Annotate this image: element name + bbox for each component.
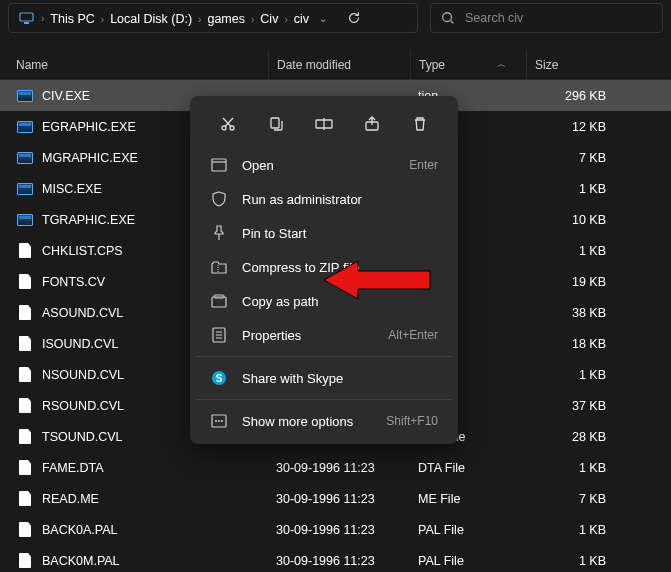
file-icon bbox=[16, 523, 34, 537]
more-options-icon bbox=[210, 412, 228, 430]
application-icon bbox=[16, 151, 34, 165]
context-menu: Open Enter Run as administrator Pin to S… bbox=[190, 96, 458, 444]
file-name: FAME.DTA bbox=[42, 461, 268, 475]
file-icon bbox=[16, 461, 34, 475]
share-icon[interactable] bbox=[354, 108, 390, 140]
col-type[interactable]: Type ︿ bbox=[410, 50, 526, 79]
breadcrumb-item[interactable]: Civ bbox=[256, 10, 282, 28]
file-icon bbox=[16, 368, 34, 382]
file-icon bbox=[16, 492, 34, 506]
zip-icon bbox=[210, 258, 228, 276]
svg-rect-0 bbox=[20, 13, 33, 21]
file-size: 38 KB bbox=[526, 306, 614, 320]
chevron-right-icon: › bbox=[198, 14, 201, 25]
file-date: 30-09-1996 11:23 bbox=[268, 492, 410, 506]
col-date[interactable]: Date modified bbox=[268, 50, 410, 79]
properties-icon bbox=[210, 326, 228, 344]
file-size: 19 KB bbox=[526, 275, 614, 289]
chevron-right-icon: › bbox=[101, 14, 104, 25]
file-date: 30-09-1996 11:23 bbox=[268, 523, 410, 537]
svg-rect-12 bbox=[212, 159, 226, 171]
application-icon bbox=[16, 182, 34, 196]
breadcrumb-item[interactable]: games bbox=[203, 10, 249, 28]
chevron-right-icon: › bbox=[251, 14, 254, 25]
ctx-show-more[interactable]: Show more options Shift+F10 bbox=[196, 404, 452, 438]
svg-point-2 bbox=[443, 13, 452, 22]
file-size: 28 KB bbox=[526, 430, 614, 444]
application-icon bbox=[16, 89, 34, 103]
ctx-copy-as-path[interactable]: Copy as path bbox=[196, 284, 452, 318]
svg-rect-1 bbox=[24, 22, 29, 24]
ctx-open[interactable]: Open Enter bbox=[196, 148, 452, 182]
file-size: 12 KB bbox=[526, 120, 614, 134]
svg-rect-8 bbox=[271, 118, 279, 128]
col-size[interactable]: Size bbox=[526, 50, 626, 79]
file-name: READ.ME bbox=[42, 492, 268, 506]
ctx-run-admin[interactable]: Run as administrator bbox=[196, 182, 452, 216]
pin-icon bbox=[210, 224, 228, 242]
column-headers: Name Date modified Type ︿ Size bbox=[0, 50, 671, 80]
rename-icon[interactable] bbox=[306, 108, 342, 140]
svg-point-26 bbox=[221, 420, 223, 422]
delete-icon[interactable] bbox=[402, 108, 438, 140]
file-size: 7 KB bbox=[526, 151, 614, 165]
breadcrumb[interactable]: › This PC›Local Disk (D:)›games›Civ›civ … bbox=[8, 3, 418, 33]
file-type: PAL File bbox=[410, 554, 526, 568]
file-icon bbox=[16, 244, 34, 258]
svg-line-3 bbox=[451, 21, 454, 24]
file-type: ME File bbox=[410, 492, 526, 506]
file-row[interactable]: BACK0M.PAL30-09-1996 11:23PAL File1 KB bbox=[0, 545, 671, 572]
search-placeholder: Search civ bbox=[465, 11, 523, 25]
ctx-pin-start[interactable]: Pin to Start bbox=[196, 216, 452, 250]
file-date: 30-09-1996 11:23 bbox=[268, 461, 410, 475]
file-icon bbox=[16, 306, 34, 320]
file-icon bbox=[16, 430, 34, 444]
file-size: 18 KB bbox=[526, 337, 614, 351]
copy-icon[interactable] bbox=[258, 108, 294, 140]
file-row[interactable]: READ.ME30-09-1996 11:23ME File7 KB bbox=[0, 483, 671, 514]
file-size: 10 KB bbox=[526, 213, 614, 227]
file-type: PAL File bbox=[410, 523, 526, 537]
cut-icon[interactable] bbox=[210, 108, 246, 140]
shield-icon bbox=[210, 190, 228, 208]
chevron-right-icon: › bbox=[284, 14, 287, 25]
search-input[interactable]: Search civ bbox=[430, 3, 663, 33]
file-name: BACK0A.PAL bbox=[42, 523, 268, 537]
file-size: 1 KB bbox=[526, 554, 614, 568]
col-name[interactable]: Name bbox=[16, 58, 268, 72]
file-row[interactable]: BACK0A.PAL30-09-1996 11:23PAL File1 KB bbox=[0, 514, 671, 545]
file-icon bbox=[16, 554, 34, 568]
file-icon bbox=[16, 275, 34, 289]
file-date: 30-09-1996 11:23 bbox=[268, 554, 410, 568]
ctx-compress-zip[interactable]: Compress to ZIP file bbox=[196, 250, 452, 284]
breadcrumb-item[interactable]: Local Disk (D:) bbox=[106, 10, 196, 28]
breadcrumb-item[interactable]: This PC bbox=[46, 10, 98, 28]
file-size: 296 KB bbox=[526, 89, 614, 103]
ctx-properties[interactable]: Properties Alt+Enter bbox=[196, 318, 452, 352]
ctx-share-skype[interactable]: S Share with Skype bbox=[196, 361, 452, 395]
open-icon bbox=[210, 156, 228, 174]
application-icon bbox=[16, 213, 34, 227]
svg-point-24 bbox=[215, 420, 217, 422]
chevron-down-icon[interactable]: ⌄ bbox=[319, 13, 327, 24]
copy-path-icon bbox=[210, 292, 228, 310]
file-size: 37 KB bbox=[526, 399, 614, 413]
file-size: 1 KB bbox=[526, 182, 614, 196]
file-size: 1 KB bbox=[526, 461, 614, 475]
file-icon bbox=[16, 337, 34, 351]
svg-text:S: S bbox=[216, 373, 223, 384]
breadcrumb-item[interactable]: civ bbox=[290, 10, 313, 28]
svg-point-25 bbox=[218, 420, 220, 422]
file-size: 7 KB bbox=[526, 492, 614, 506]
application-icon bbox=[16, 120, 34, 134]
file-size: 1 KB bbox=[526, 368, 614, 382]
chevron-right-icon: › bbox=[41, 13, 44, 24]
refresh-icon[interactable] bbox=[347, 11, 361, 25]
pc-icon bbox=[17, 9, 35, 27]
file-size: 1 KB bbox=[526, 523, 614, 537]
file-size: 1 KB bbox=[526, 244, 614, 258]
file-type: DTA File bbox=[410, 461, 526, 475]
file-row[interactable]: FAME.DTA30-09-1996 11:23DTA File1 KB bbox=[0, 452, 671, 483]
skype-icon: S bbox=[210, 369, 228, 387]
search-icon bbox=[441, 11, 455, 25]
